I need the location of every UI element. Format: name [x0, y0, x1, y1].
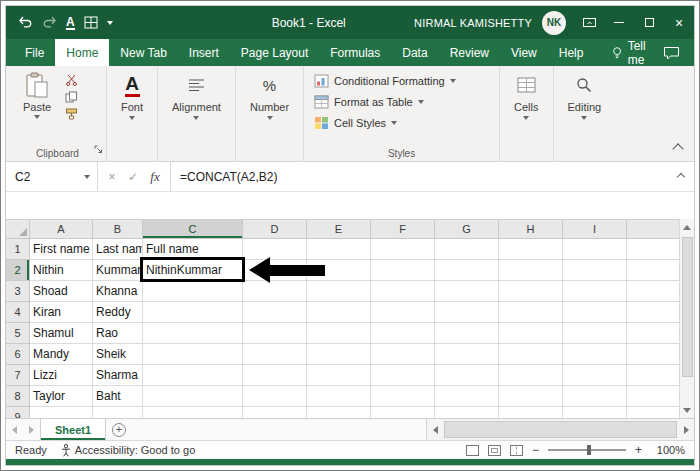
- cell-F2[interactable]: [371, 260, 435, 281]
- cell-A7[interactable]: Lizzi: [30, 365, 93, 386]
- zoom-slider[interactable]: [548, 449, 626, 451]
- borders-grid-icon[interactable]: [84, 15, 98, 31]
- insert-function-icon[interactable]: fx: [145, 169, 165, 185]
- cell-A8[interactable]: Taylor: [30, 386, 93, 407]
- cell-B8[interactable]: Baht: [93, 386, 143, 407]
- row-header-1[interactable]: 1: [6, 239, 30, 260]
- cell-H6[interactable]: [499, 344, 563, 365]
- cell-C9[interactable]: [143, 407, 243, 418]
- cell-C8[interactable]: [143, 386, 243, 407]
- cell-I9[interactable]: [563, 407, 627, 418]
- zoom-out-icon[interactable]: −: [532, 443, 539, 457]
- cell-A3[interactable]: Shoad: [30, 281, 93, 302]
- cell-G2[interactable]: [435, 260, 499, 281]
- cell-F6[interactable]: [371, 344, 435, 365]
- cancel-icon[interactable]: ×: [103, 170, 121, 184]
- cell-F8[interactable]: [371, 386, 435, 407]
- select-all-corner[interactable]: [6, 220, 30, 239]
- cell-A9[interactable]: [30, 407, 93, 418]
- ribbon-display-options-icon[interactable]: [574, 6, 604, 39]
- cell-B4[interactable]: Reddy: [93, 302, 143, 323]
- close-button[interactable]: ×: [664, 6, 694, 39]
- vertical-scrollbar[interactable]: [679, 219, 694, 418]
- cell-D4[interactable]: [243, 302, 307, 323]
- sheet-nav-prev-icon[interactable]: [6, 419, 23, 440]
- tab-page-layout[interactable]: Page Layout: [230, 39, 319, 66]
- row-header-9[interactable]: 9: [6, 407, 30, 418]
- zoom-level[interactable]: 100%: [651, 444, 685, 456]
- editing-button[interactable]: Editing: [560, 70, 610, 145]
- cell-C7[interactable]: [143, 365, 243, 386]
- row-header-7[interactable]: 7: [6, 365, 30, 386]
- row-header-6[interactable]: 6: [6, 344, 30, 365]
- cell-H1[interactable]: [499, 239, 563, 260]
- cell-D5[interactable]: [243, 323, 307, 344]
- scroll-left-icon[interactable]: [427, 419, 443, 440]
- cell-C6[interactable]: [143, 344, 243, 365]
- column-header-C[interactable]: C: [143, 220, 243, 239]
- cell-D7[interactable]: [243, 365, 307, 386]
- clipboard-dialog-launcher-icon[interactable]: [94, 140, 103, 158]
- conditional-formatting-button[interactable]: Conditional Formatting: [310, 70, 493, 91]
- sheet-tab-sheet1[interactable]: Sheet1: [40, 419, 106, 440]
- cells-button[interactable]: Cells: [506, 70, 546, 145]
- font-button[interactable]: A Font: [113, 70, 151, 145]
- cell-D1[interactable]: [243, 239, 307, 260]
- cell-styles-button[interactable]: Cell Styles: [310, 112, 493, 133]
- cell-G8[interactable]: [435, 386, 499, 407]
- tell-me-button[interactable]: Tell me: [612, 39, 663, 66]
- column-header-D[interactable]: D: [243, 220, 307, 239]
- horizontal-scrollbar[interactable]: [426, 419, 694, 440]
- column-header-A[interactable]: A: [30, 220, 93, 239]
- row-header-3[interactable]: 3: [6, 281, 30, 302]
- scroll-up-icon[interactable]: [680, 219, 694, 235]
- cell-F3[interactable]: [371, 281, 435, 302]
- column-header-B[interactable]: B: [93, 220, 143, 239]
- cell-F9[interactable]: [371, 407, 435, 418]
- row-header-4[interactable]: 4: [6, 302, 30, 323]
- maximize-button[interactable]: [634, 6, 664, 39]
- tab-help[interactable]: Help: [548, 39, 595, 66]
- cell-G1[interactable]: [435, 239, 499, 260]
- cell-H2[interactable]: [499, 260, 563, 281]
- cell-H5[interactable]: [499, 323, 563, 344]
- cell-F1[interactable]: [371, 239, 435, 260]
- column-header-F[interactable]: F: [371, 220, 435, 239]
- tab-review[interactable]: Review: [439, 39, 500, 66]
- cell-I7[interactable]: [563, 365, 627, 386]
- format-as-table-button[interactable]: Format as Table: [310, 91, 493, 112]
- cell-G5[interactable]: [435, 323, 499, 344]
- formula-input[interactable]: =CONCAT(A2,B2): [171, 162, 678, 191]
- cell-C3[interactable]: [143, 281, 243, 302]
- cell-H3[interactable]: [499, 281, 563, 302]
- cell-B6[interactable]: Sheik: [93, 344, 143, 365]
- sheet-nav-next-icon[interactable]: [23, 419, 40, 440]
- cut-icon[interactable]: [65, 74, 78, 86]
- cell-D3[interactable]: [243, 281, 307, 302]
- row-header-2[interactable]: 2: [6, 260, 30, 281]
- cell-I5[interactable]: [563, 323, 627, 344]
- cell-F4[interactable]: [371, 302, 435, 323]
- cell-B2[interactable]: Kummar: [93, 260, 143, 281]
- cell-H8[interactable]: [499, 386, 563, 407]
- tab-new-tab[interactable]: New Tab: [109, 39, 177, 66]
- cell-E1[interactable]: [307, 239, 371, 260]
- cell-E8[interactable]: [307, 386, 371, 407]
- cell-D9[interactable]: [243, 407, 307, 418]
- column-header-I[interactable]: I: [563, 220, 627, 239]
- column-header-E[interactable]: E: [307, 220, 371, 239]
- expand-formula-bar-icon[interactable]: [677, 172, 685, 180]
- cell-F7[interactable]: [371, 365, 435, 386]
- page-layout-view-icon[interactable]: [488, 445, 501, 456]
- scroll-down-icon[interactable]: [680, 402, 694, 418]
- cell-A5[interactable]: Shamul: [30, 323, 93, 344]
- cell-A2[interactable]: Nithin: [30, 260, 93, 281]
- cell-I8[interactable]: [563, 386, 627, 407]
- cell-A6[interactable]: Mandy: [30, 344, 93, 365]
- cell-H7[interactable]: [499, 365, 563, 386]
- cell-E2[interactable]: [307, 260, 371, 281]
- cell-B9[interactable]: [93, 407, 143, 418]
- normal-view-icon[interactable]: [466, 445, 479, 456]
- cell-G9[interactable]: [435, 407, 499, 418]
- column-header-G[interactable]: G: [435, 220, 499, 239]
